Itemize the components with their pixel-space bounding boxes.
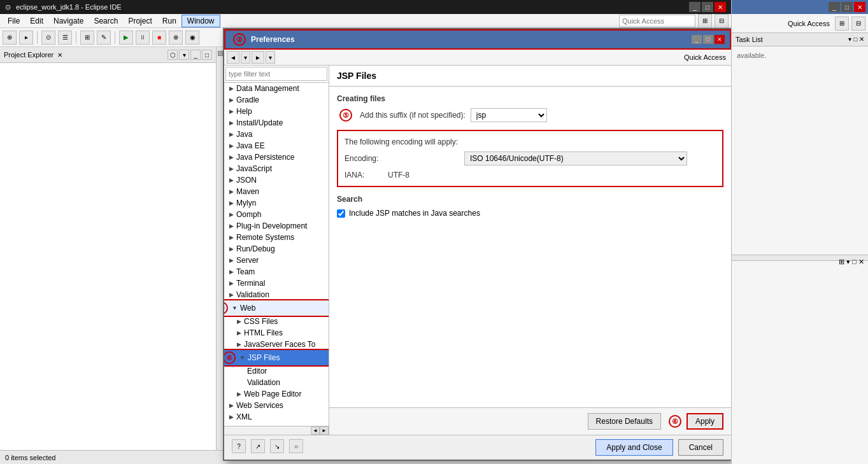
tree-item-data-management[interactable]: ▶ Data Management	[224, 83, 329, 94]
export-icon[interactable]: ↗	[251, 439, 265, 453]
menu-run[interactable]: Run	[157, 15, 181, 27]
tree-item-remote-systems[interactable]: ▶ Remote Systems	[224, 232, 329, 243]
toolbar-btn9[interactable]: ◉	[185, 31, 199, 45]
bg-lower-panel: ⊞ ▾ □ ✕	[732, 255, 868, 266]
tree-item-java[interactable]: ▶ Java	[224, 129, 329, 140]
tree-item-xml[interactable]: ▶ XML	[224, 411, 329, 423]
tree-item-server[interactable]: ▶ Server	[224, 255, 329, 266]
help-icon[interactable]: ?	[232, 439, 246, 453]
filter-input[interactable]	[225, 67, 327, 81]
dialog-maximize-btn[interactable]: □	[703, 35, 713, 44]
tree-item-gradle[interactable]: ▶ Gradle	[224, 94, 329, 106]
close-btn[interactable]: ✕	[715, 2, 726, 12]
suffix-select[interactable]: jspjspx	[471, 108, 547, 122]
pref-tree-scroll: ▶ Data Management▶ Gradle▶ Help▶ Install…	[224, 83, 329, 426]
restore-btn[interactable]: □	[702, 2, 713, 12]
bg-close-btn[interactable]: ✕	[854, 2, 865, 12]
tree-item-plugin-development[interactable]: ▶ Plug-in Development	[224, 220, 329, 232]
menu-project[interactable]: Project	[123, 15, 157, 27]
tree-arrow-html-files: ▶	[237, 330, 241, 336]
toolbar-btn4[interactable]: ⊞	[80, 31, 94, 45]
encoding-row: Encoding: ISO 10646/Unicode(UTF-8)UTF-8I…	[345, 151, 716, 165]
toolbar-stop-btn[interactable]: ■	[152, 31, 166, 45]
forward-btn3[interactable]: ▾	[266, 51, 275, 64]
tree-item-help[interactable]: ▶ Help	[224, 106, 329, 117]
cancel-btn[interactable]: Cancel	[678, 439, 723, 456]
tree-item-javaserver-faces[interactable]: ▶ JavaServer Faces To	[224, 339, 329, 350]
bg-toolbar-btn1[interactable]: ⊞	[835, 17, 849, 31]
bg-toolbar-btn2[interactable]: ⊟	[851, 17, 865, 31]
tree-item-terminal[interactable]: ▶ Terminal	[224, 278, 329, 289]
forward-btn2[interactable]: ►	[252, 51, 264, 64]
toolbar-btn5[interactable]: ✎	[97, 31, 111, 45]
quick-access-btn1[interactable]: ⊞	[698, 14, 712, 28]
bg-maximize-btn[interactable]: □	[841, 2, 853, 12]
forward-btn[interactable]: ▾	[241, 51, 250, 64]
tree-item-mylyn[interactable]: ▶ Mylyn	[224, 197, 329, 209]
minimize-btn[interactable]: _	[689, 2, 701, 12]
tree-arrow-css-files: ▶	[237, 318, 241, 325]
tree-label-install-update: Install/Update	[236, 118, 283, 127]
circle-icon[interactable]: ○	[289, 439, 303, 453]
tree-item-javascript[interactable]: ▶ JavaScript	[224, 163, 329, 174]
toolbar-new-btn[interactable]: ⊕	[3, 31, 17, 45]
tree-item-editor[interactable]: Editor	[224, 365, 329, 377]
tree-item-json[interactable]: ▶ JSON	[224, 174, 329, 186]
import-icon[interactable]: ↘	[270, 439, 284, 453]
include-jsp-checkbox[interactable]	[337, 209, 345, 218]
menu-search[interactable]: Search	[89, 15, 123, 27]
dialog-close-btn[interactable]: ✕	[715, 35, 725, 44]
toolbar-sep3	[115, 31, 115, 44]
panel-max-btn[interactable]: □	[202, 50, 212, 60]
menu-file[interactable]: File	[3, 15, 25, 27]
tree-item-java-ee[interactable]: ▶ Java EE	[224, 140, 329, 151]
tree-item-web-services[interactable]: ▶ Web Services	[224, 400, 329, 411]
menu-bar: File Edit Navigate Search Project Run Wi…	[0, 14, 731, 28]
tree-item-team[interactable]: ▶ Team	[224, 266, 329, 278]
quick-access-btn2[interactable]: ⊟	[715, 14, 729, 28]
back-btn[interactable]: ◄	[227, 51, 239, 64]
tree-item-html-files[interactable]: ▶ HTML Files	[224, 327, 329, 339]
annotation-3: ③	[224, 302, 228, 314]
apply-btn[interactable]: Apply	[687, 413, 723, 430]
panel-min-btn[interactable]: _	[190, 50, 201, 60]
tree-item-java-persistence[interactable]: ▶ Java Persistence	[224, 151, 329, 163]
bg-panel-controls[interactable]: ▾ □ ✕	[848, 36, 864, 43]
tree-item-web-page-editor[interactable]: ▶ Web Page Editor	[224, 388, 329, 400]
tree-item-web[interactable]: ③▼ Web	[224, 300, 329, 316]
tree-item-run-debug[interactable]: ▶ Run/Debug	[224, 243, 329, 255]
menu-edit[interactable]: Edit	[25, 15, 48, 27]
tree-item-validation[interactable]: ▶ Validation	[224, 289, 329, 300]
tree-item-jsp-files[interactable]: ④▼ JSP Files	[224, 350, 329, 365]
pref-tree-scroll-left[interactable]: ◄	[311, 426, 320, 435]
toolbar-btn3[interactable]: ☰	[58, 31, 72, 45]
dialog-bottom: ? ↗ ↘ ○ Apply and Close Cancel	[224, 435, 731, 460]
panel-collapse-btn[interactable]: ⬡	[167, 50, 178, 60]
annotation-2: ②	[233, 33, 246, 46]
tree-item-install-update[interactable]: ▶ Install/Update	[224, 117, 329, 129]
dialog-nav-toolbar: ◄ ▾ ► ▾ Quick Access	[224, 50, 731, 66]
menu-navigate[interactable]: Navigate	[48, 15, 89, 27]
tree-item-validation-jsp[interactable]: Validation	[224, 377, 329, 388]
menu-window[interactable]: Window	[181, 15, 220, 27]
tree-item-css-files[interactable]: ▶ CSS Files	[224, 316, 329, 327]
tree-item-maven[interactable]: ▶ Maven	[224, 186, 329, 197]
toolbar-run-btn[interactable]: ▶	[119, 31, 133, 45]
toolbar-btn2[interactable]: ⊙	[41, 31, 55, 45]
bg-minimize-btn[interactable]: _	[829, 2, 840, 12]
panel-menu-btn[interactable]: ▾	[179, 50, 189, 60]
encoding-select[interactable]: ISO 10646/Unicode(UTF-8)UTF-8ISO-8859-1U…	[464, 151, 687, 165]
toolbar-debug-btn[interactable]: ⏸	[136, 31, 150, 45]
pref-tree-scroll-right[interactable]: ►	[320, 426, 329, 435]
dialog-minimize-btn[interactable]: _	[692, 35, 702, 44]
tree-label-html-files: HTML Files	[244, 328, 283, 337]
project-explorer-close-icon: ✕	[57, 52, 62, 59]
tree-item-oomph[interactable]: ▶ Oomph	[224, 209, 329, 220]
status-text: 0 items selected	[5, 454, 55, 461]
creating-files-label: Creating files	[337, 94, 723, 103]
toolbar-btn8[interactable]: ⊕	[169, 31, 183, 45]
restore-defaults-btn[interactable]: Restore Defaults	[588, 413, 661, 430]
apply-close-btn[interactable]: Apply and Close	[595, 439, 672, 456]
quick-access-input[interactable]	[619, 15, 695, 27]
toolbar-btn1[interactable]: ▸	[19, 31, 33, 45]
